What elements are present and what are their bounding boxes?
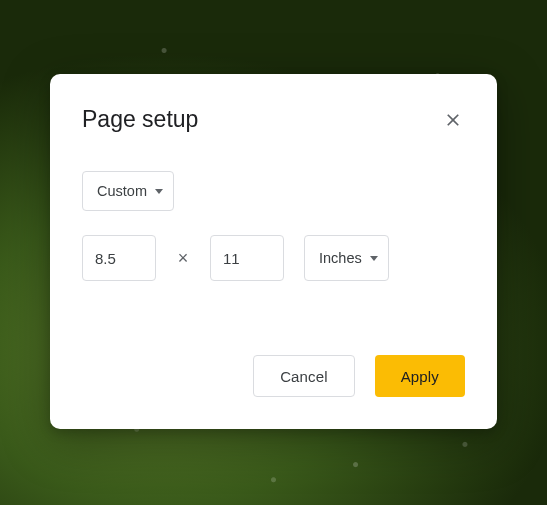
unit-dropdown[interactable]: Inches bbox=[304, 235, 389, 281]
dialog-title: Page setup bbox=[82, 106, 198, 133]
page-setup-dialog: Page setup Custom × Inches Cancel Apply bbox=[50, 74, 497, 429]
width-input[interactable] bbox=[82, 235, 156, 281]
preset-row: Custom bbox=[82, 171, 465, 211]
dialog-header: Page setup bbox=[82, 106, 465, 133]
dialog-footer: Cancel Apply bbox=[82, 355, 465, 397]
chevron-down-icon bbox=[370, 256, 378, 261]
height-input[interactable] bbox=[210, 235, 284, 281]
chevron-down-icon bbox=[155, 189, 163, 194]
cancel-button[interactable]: Cancel bbox=[253, 355, 355, 397]
dimensions-row: × Inches bbox=[82, 235, 465, 281]
close-button[interactable] bbox=[441, 108, 465, 132]
unit-dropdown-label: Inches bbox=[319, 250, 362, 266]
preset-dropdown[interactable]: Custom bbox=[82, 171, 174, 211]
apply-button[interactable]: Apply bbox=[375, 355, 465, 397]
close-icon bbox=[443, 110, 463, 130]
dimension-separator: × bbox=[176, 248, 190, 269]
preset-dropdown-label: Custom bbox=[97, 183, 147, 199]
